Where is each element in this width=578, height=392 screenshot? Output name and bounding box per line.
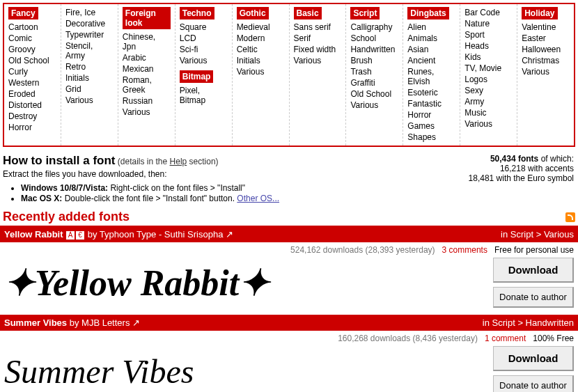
download-button[interactable]: Download [493,346,574,371]
category-link[interactable]: Western [8,77,56,88]
category-link[interactable]: Valentine [522,22,570,33]
rss-icon[interactable] [565,212,575,222]
category-link[interactable]: Various [180,55,228,66]
category-header[interactable]: Bitmap [180,70,214,83]
category-link[interactable]: Roman, Greek [123,75,171,95]
category-link[interactable]: Fantastic [407,98,455,109]
category-link[interactable]: Curly [8,66,56,77]
font-name-link[interactable]: Yellow Rabbit [4,229,63,240]
donate-button[interactable]: Donate to author [493,287,574,308]
category-link[interactable]: Arabic [123,52,171,63]
category-link[interactable]: Heads [464,40,513,52]
category-link[interactable]: Decorative [65,18,114,29]
install-section: How to install a font (details in the He… [0,150,578,208]
category-header[interactable]: Techno [180,7,214,19]
category-link[interactable]: Alien [407,22,455,33]
category-link[interactable]: Typewriter [65,29,114,40]
category-link[interactable]: Easter [522,33,570,44]
category-header[interactable]: Gothic [237,7,269,19]
category-link[interactable]: Distorted [8,100,56,111]
category-link[interactable]: LCD [180,33,228,44]
category-link[interactable]: Runes, Elvish [407,66,455,87]
font-preview[interactable]: ✦Yellow Rabbit✦ [4,259,486,306]
category-link[interactable]: Retro [65,61,114,72]
category-link[interactable]: Old School [8,55,56,66]
font-preview[interactable]: Summer Vibes [4,350,486,393]
category-header[interactable]: Basic [294,7,322,19]
category-link[interactable]: Pixel, Bitmap [180,85,228,106]
category-link[interactable]: Groovy [8,44,56,55]
category-link[interactable]: TV, Movie [464,63,513,74]
category-link[interactable]: Initials [237,55,285,66]
category-link[interactable]: Various [464,118,513,130]
category-link[interactable]: Kids [464,52,513,63]
category-link[interactable]: Nature [464,18,513,29]
category-link[interactable]: Brush [350,55,398,66]
category-link[interactable]: Modern [237,33,285,44]
other-os-link[interactable]: Other OS... [237,194,279,203]
category-header[interactable]: Holiday [522,7,557,19]
category-link[interactable]: Trash [350,66,398,77]
category-link[interactable]: Chinese, Jpn [123,31,171,52]
comment-link[interactable]: 1 comment [485,334,526,343]
category-link[interactable]: Bar Code [464,7,513,18]
category-menu: FancyCartoonComicGroovyOld SchoolCurlyWe… [3,3,575,147]
external-icon[interactable]: ↗ [226,229,233,240]
category-link[interactable]: Horror [8,122,56,133]
category-link[interactable]: Old School [350,88,398,100]
category-link[interactable]: Army [464,96,513,107]
category-link[interactable]: Eroded [8,88,56,100]
category-link[interactable]: Ancient [407,55,455,66]
category-link[interactable]: Various [522,66,570,77]
category-link[interactable]: Calligraphy [350,22,398,33]
category-link[interactable]: Games [407,120,455,132]
category-link[interactable]: Various [350,100,398,111]
category-link[interactable]: Esoteric [407,87,455,98]
category-link[interactable]: Halloween [522,44,570,55]
category-link[interactable]: Various [237,66,285,77]
category-link[interactable]: Various [65,95,114,106]
category-link[interactable]: Square [180,22,228,33]
download-button[interactable]: Download [493,258,574,283]
category-link[interactable]: Celtic [237,44,285,55]
category-link[interactable]: Serif [294,33,342,44]
category-header[interactable]: Fancy [8,7,38,19]
category-link[interactable]: Asian [407,44,455,55]
category-link[interactable]: Shapes [407,132,455,143]
help-link[interactable]: Help [170,157,187,166]
category-link[interactable]: Animals [407,33,455,44]
category-header[interactable]: Foreign look [123,7,171,29]
external-icon[interactable]: ↗ [132,317,140,328]
donate-button[interactable]: Donate to author [493,375,574,392]
category-link[interactable]: Grid [65,84,114,95]
category-header[interactable]: Dingbats [407,7,448,19]
category-link[interactable]: Initials [65,72,114,84]
category-link[interactable]: Russian [123,95,171,107]
category-header[interactable]: Script [350,7,380,19]
category-link[interactable]: Graffiti [350,77,398,88]
category-link[interactable]: Logos [464,74,513,85]
font-name-link[interactable]: Summer Vibes [4,317,67,328]
category-link[interactable]: Sexy [464,85,513,96]
category-link[interactable]: Medieval [237,22,285,33]
comment-link[interactable]: 3 comments [442,245,487,255]
font-category-link[interactable]: in Script > Handwritten [483,317,574,328]
category-link[interactable]: Sci-fi [180,44,228,55]
category-link[interactable]: School [350,33,398,44]
category-link[interactable]: Christmas [522,55,570,66]
category-link[interactable]: Horror [407,109,455,120]
category-link[interactable]: Stencil, Army [65,40,114,61]
category-link[interactable]: Sport [464,29,513,40]
category-link[interactable]: Various [294,55,342,66]
category-link[interactable]: Fixed width [294,44,342,55]
category-link[interactable]: Various [123,107,171,118]
category-link[interactable]: Fire, Ice [65,7,114,18]
category-link[interactable]: Destroy [8,111,56,122]
category-link[interactable]: Music [464,107,513,118]
category-link[interactable]: Cartoon [8,22,56,33]
category-link[interactable]: Handwritten [350,44,398,55]
font-category-link[interactable]: in Script > Various [501,229,574,240]
category-link[interactable]: Comic [8,33,56,44]
category-link[interactable]: Mexican [123,63,171,75]
category-link[interactable]: Sans serif [294,22,342,33]
